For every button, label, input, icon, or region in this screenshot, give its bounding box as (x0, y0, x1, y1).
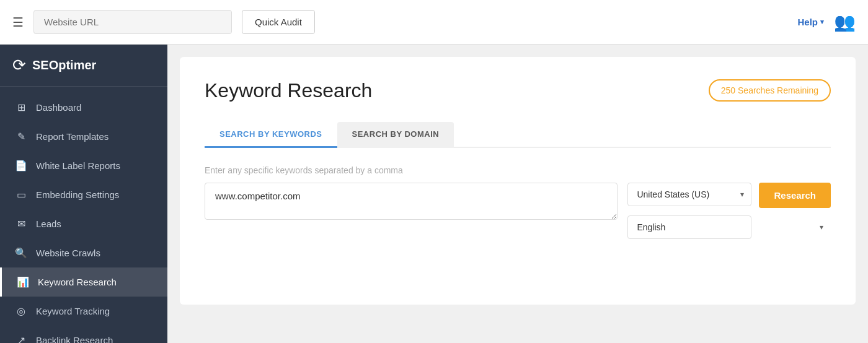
sidebar-nav: ⊞ Dashboard ✎ Report Templates 📄 White L… (0, 87, 167, 343)
tab-by-domain[interactable]: SEARCH BY DOMAIN (337, 122, 454, 148)
sidebar-item-label: Dashboard (36, 102, 81, 113)
sidebar-item-label: Keyword Tracking (36, 306, 110, 316)
language-caret-icon: ▾ (820, 223, 823, 232)
sidebar-item-label: Website Crawls (36, 248, 100, 258)
report-templates-icon: ✎ (15, 131, 27, 142)
white-label-reports-icon: 📄 (15, 160, 27, 172)
form-controls: United States (US) United Kingdom (UK) ▾… (627, 183, 831, 239)
content-card: Keyword Research 250 Searches Remaining … (180, 57, 856, 305)
sidebar-item-label: Leads (36, 219, 61, 229)
help-label: Help (797, 17, 818, 27)
leads-icon: ✉ (15, 218, 27, 230)
dashboard-icon: ⊞ (15, 102, 27, 113)
help-caret-icon: ▾ (820, 18, 824, 26)
form-row: United States (US) United Kingdom (UK) ▾… (205, 183, 831, 239)
controls-row: United States (US) United Kingdom (UK) ▾… (627, 183, 831, 208)
sidebar-item-label: Report Templates (36, 131, 108, 142)
tab-by-keywords[interactable]: SEARCH BY KEYWORDS (205, 122, 337, 148)
country-select[interactable]: United States (US) United Kingdom (UK) (627, 183, 751, 206)
main-content: Keyword Research 250 Searches Remaining … (167, 45, 868, 343)
sidebar-item-keyword-tracking[interactable]: ◎ Keyword Tracking (0, 297, 167, 326)
sidebar-item-white-label-reports[interactable]: 📄 White Label Reports (0, 151, 167, 180)
searches-remaining-badge: 250 Searches Remaining (709, 79, 831, 102)
sidebar-item-keyword-research[interactable]: 📊 Keyword Research (0, 267, 167, 297)
keyword-research-icon: 📊 (17, 276, 29, 288)
country-select-wrapper: United States (US) United Kingdom (UK) ▾ (627, 183, 751, 206)
url-input[interactable] (33, 10, 232, 34)
sidebar-logo: ⟳ SEOptimer (0, 45, 167, 87)
sidebar-item-label: Backlink Research (36, 335, 113, 343)
logo-text: SEOptimer (32, 58, 96, 72)
help-button[interactable]: Help ▾ (797, 17, 824, 27)
page-title: Keyword Research (205, 79, 372, 102)
sidebar: ⟳ SEOptimer ⊞ Dashboard ✎ Report Templat… (0, 45, 167, 343)
sidebar-item-label: Embedding Settings (36, 189, 119, 200)
quick-audit-button[interactable]: Quick Audit (242, 10, 315, 34)
language-select[interactable]: English Spanish (627, 215, 751, 239)
tabs: SEARCH BY KEYWORDS SEARCH BY DOMAIN (205, 122, 831, 148)
topbar-left: ☰ Quick Audit (12, 10, 787, 34)
topbar: ☰ Quick Audit Help ▾ 👥 (0, 0, 868, 45)
backlink-research-icon: ↗ (15, 334, 27, 343)
research-button[interactable]: Research (759, 183, 831, 208)
sidebar-item-backlink-research[interactable]: ↗ Backlink Research (0, 326, 167, 343)
hamburger-icon[interactable]: ☰ (12, 15, 24, 30)
embedding-settings-icon: ▭ (15, 189, 27, 201)
keyword-tracking-icon: ◎ (15, 305, 27, 317)
sidebar-item-label: Keyword Research (38, 277, 117, 287)
keyword-input[interactable] (205, 183, 618, 220)
sidebar-item-website-crawls[interactable]: 🔍 Website Crawls (0, 238, 167, 267)
card-header: Keyword Research 250 Searches Remaining (205, 79, 831, 102)
topbar-right: Help ▾ 👥 (797, 12, 856, 32)
sidebar-item-embedding-settings[interactable]: ▭ Embedding Settings (0, 180, 167, 209)
website-crawls-icon: 🔍 (15, 247, 27, 259)
language-select-wrapper: English Spanish ▾ (627, 215, 831, 239)
sidebar-item-dashboard[interactable]: ⊞ Dashboard (0, 93, 167, 122)
form-label: Enter any specific keywords separated by… (205, 165, 831, 175)
sidebar-item-report-templates[interactable]: ✎ Report Templates (0, 122, 167, 151)
logo-icon: ⟳ (12, 56, 26, 75)
user-avatar-icon[interactable]: 👥 (834, 12, 856, 32)
sidebar-item-label: White Label Reports (36, 160, 120, 171)
layout: ⟳ SEOptimer ⊞ Dashboard ✎ Report Templat… (0, 45, 868, 343)
sidebar-item-leads[interactable]: ✉ Leads (0, 209, 167, 238)
